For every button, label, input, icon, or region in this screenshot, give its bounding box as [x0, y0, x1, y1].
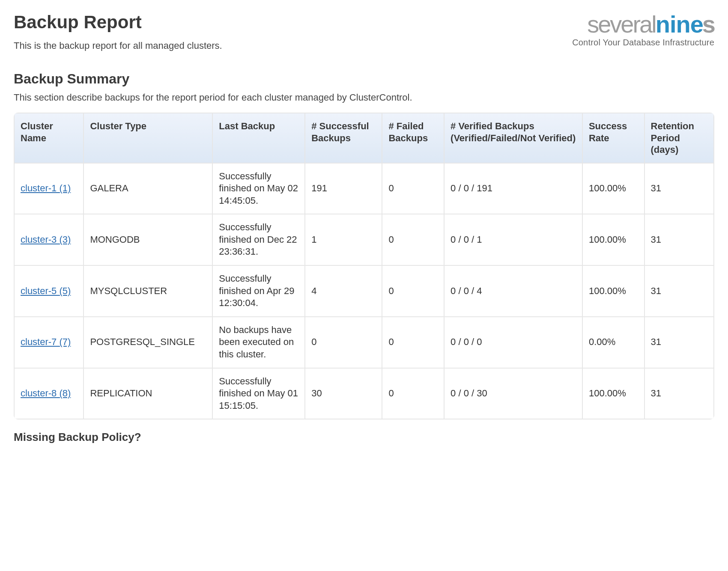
cell-failed: 0 — [382, 214, 444, 265]
cell-success-rate: 100.00% — [583, 164, 644, 214]
cluster-link[interactable]: cluster-8 (8) — [21, 388, 71, 399]
cell-failed: 0 — [382, 317, 444, 368]
cell-cluster-name: cluster-5 (5) — [15, 266, 83, 316]
brand-logo: severalnines Control Your Database Infra… — [534, 12, 714, 48]
cell-cluster-type: GALERA — [84, 164, 212, 214]
logo-text-nin: nin — [656, 11, 690, 38]
page-subtitle: This is the backup report for all manage… — [14, 40, 222, 51]
table-row: cluster-1 (1)GALERASuccessfully finished… — [15, 164, 713, 214]
table-row: cluster-3 (3)MONGODBSuccessfully finishe… — [15, 214, 713, 265]
cell-cluster-name: cluster-8 (8) — [15, 369, 83, 419]
col-last-backup: Last Backup — [213, 113, 304, 163]
col-verified: # Verified Backups (Verified/Failed/Not … — [445, 113, 582, 163]
cell-verified: 0 / 0 / 0 — [445, 317, 582, 368]
cell-successful: 4 — [305, 266, 382, 316]
logo-text-several: several — [587, 11, 656, 38]
cell-successful: 1 — [305, 214, 382, 265]
cell-verified: 0 / 0 / 30 — [445, 369, 582, 419]
col-successful: # Successful Backups — [305, 113, 382, 163]
col-failed: # Failed Backups — [382, 113, 444, 163]
cell-last-backup: Successfully finished on Apr 29 12:30:04… — [213, 266, 304, 316]
cell-retention: 31 — [645, 164, 713, 214]
cell-cluster-type: REPLICATION — [84, 369, 212, 419]
logo-text-s: s — [702, 11, 714, 38]
cell-cluster-type: POSTGRESQL_SINGLE — [84, 317, 212, 368]
backup-summary-table: Cluster Name Cluster Type Last Backup # … — [14, 113, 714, 419]
col-success-rate: Success Rate — [583, 113, 644, 163]
summary-description: This section describe backups for the re… — [14, 92, 714, 103]
cell-success-rate: 100.00% — [583, 369, 644, 419]
cluster-link[interactable]: cluster-5 (5) — [21, 286, 71, 296]
table-row: cluster-5 (5)MYSQLCLUSTERSuccessfully fi… — [15, 266, 713, 316]
table-header-row: Cluster Name Cluster Type Last Backup # … — [15, 113, 713, 163]
table-row: cluster-7 (7)POSTGRESQL_SINGLENo backups… — [15, 317, 713, 368]
cluster-link[interactable]: cluster-7 (7) — [21, 336, 71, 347]
table-row: cluster-8 (8)REPLICATIONSuccessfully fin… — [15, 369, 713, 419]
cell-success-rate: 0.00% — [583, 317, 644, 368]
cell-successful: 30 — [305, 369, 382, 419]
cell-cluster-name: cluster-7 (7) — [15, 317, 83, 368]
col-cluster-type: Cluster Type — [84, 113, 212, 163]
cell-retention: 31 — [645, 214, 713, 265]
missing-policy-heading: Missing Backup Policy? — [14, 431, 714, 444]
cell-verified: 0 / 0 / 4 — [445, 266, 582, 316]
cell-retention: 31 — [645, 317, 713, 368]
cell-cluster-name: cluster-1 (1) — [15, 164, 83, 214]
cell-success-rate: 100.00% — [583, 266, 644, 316]
cell-verified: 0 / 0 / 1 — [445, 214, 582, 265]
cell-cluster-type: MYSQLCLUSTER — [84, 266, 212, 316]
cell-cluster-type: MONGODB — [84, 214, 212, 265]
col-retention: Retention Period (days) — [645, 113, 713, 163]
cell-failed: 0 — [382, 369, 444, 419]
cluster-link[interactable]: cluster-3 (3) — [21, 234, 71, 245]
cluster-link[interactable]: cluster-1 (1) — [21, 183, 71, 193]
cell-cluster-name: cluster-3 (3) — [15, 214, 83, 265]
summary-heading: Backup Summary — [14, 71, 714, 87]
cell-verified: 0 / 0 / 191 — [445, 164, 582, 214]
cell-successful: 191 — [305, 164, 382, 214]
cell-failed: 0 — [382, 266, 444, 316]
page-title: Backup Report — [14, 12, 222, 33]
cell-last-backup: Successfully finished on May 02 14:45:05… — [213, 164, 304, 214]
logo-tagline: Control Your Database Infrastructure — [534, 38, 714, 48]
cell-failed: 0 — [382, 164, 444, 214]
cell-retention: 31 — [645, 369, 713, 419]
col-cluster-name: Cluster Name — [15, 113, 83, 163]
cell-last-backup: Successfully finished on Dec 22 23:36:31… — [213, 214, 304, 265]
cell-successful: 0 — [305, 317, 382, 368]
cell-last-backup: No backups have been executed on this cl… — [213, 317, 304, 368]
cell-success-rate: 100.00% — [583, 214, 644, 265]
cell-last-backup: Successfully finished on May 01 15:15:05… — [213, 369, 304, 419]
logo-text-e: e — [690, 11, 702, 38]
cell-retention: 31 — [645, 266, 713, 316]
